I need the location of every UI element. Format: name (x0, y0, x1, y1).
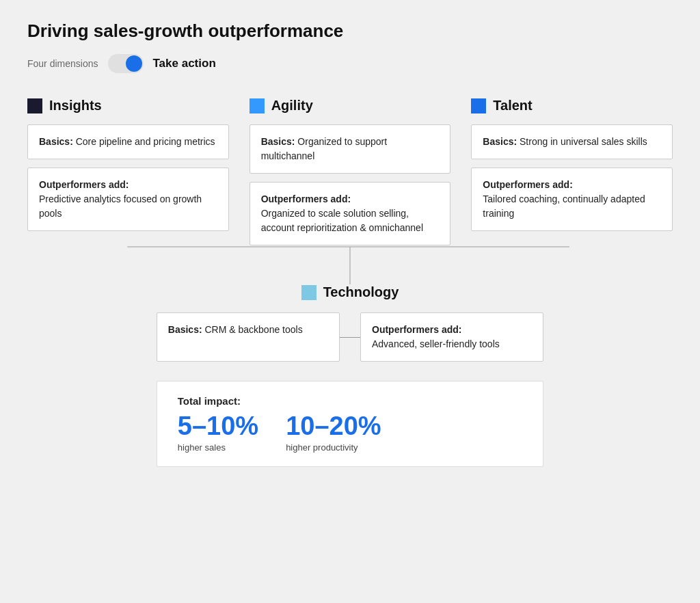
talent-outperformers-box: Outperformers add: Tailored coaching, co… (471, 168, 673, 231)
main-layout: Insights Basics: Core pipeline and prici… (27, 98, 673, 467)
agility-basics-box: Basics: Organized to support multichanne… (250, 124, 451, 174)
technology-section: Technology Basics: CRM & backbone tools … (27, 284, 673, 362)
agility-header: Agility (250, 98, 451, 113)
talent-outperformers-text: Tailored coaching, continually adapted t… (483, 193, 645, 219)
talent-outperformers-label: Outperformers add: (483, 179, 572, 190)
impact-item-productivity: 10–20% higher productivity (286, 412, 381, 453)
insights-outperformers-box: Outperformers add: Predictive analytics … (27, 168, 229, 231)
insights-header: Insights (27, 98, 229, 113)
technology-basics-label: Basics: (168, 324, 202, 335)
insights-title: Insights (49, 98, 102, 113)
technology-connector (340, 312, 360, 362)
technology-outperformers-box: Outperformers add: Advanced, seller-frie… (360, 312, 543, 362)
toggle-knob (126, 55, 142, 72)
page-title: Driving sales-growth outperformance (27, 21, 673, 42)
talent-basics-box: Basics: Strong in universal sales skills (471, 124, 673, 159)
insights-basics-text: Core pipeline and pricing metrics (73, 136, 215, 147)
agility-column: Agility Basics: Organized to support mul… (250, 98, 451, 245)
agility-title: Agility (271, 98, 313, 113)
talent-title: Talent (493, 98, 532, 113)
toggle-left-label: Four dimensions (27, 58, 98, 69)
talent-icon (471, 98, 486, 113)
impact-desc-sales: higher sales (178, 442, 258, 453)
agility-outperformers-label: Outperformers add: (261, 193, 351, 204)
insights-basics-box: Basics: Core pipeline and pricing metric… (27, 124, 229, 159)
agility-icon (250, 98, 265, 113)
agility-outperformers-text: Organized to scale solution selling, acc… (261, 208, 423, 233)
toggle-switch[interactable] (108, 54, 144, 73)
toggle-row: Four dimensions Take action (27, 54, 673, 73)
talent-basics-label: Basics: (483, 136, 517, 147)
agility-basics-label: Basics: (261, 136, 295, 147)
impact-desc-productivity: higher productivity (286, 442, 381, 453)
toggle-right-label: Take action (153, 57, 216, 70)
impact-item-sales: 5–10% higher sales (178, 412, 258, 453)
talent-basics-text: Strong in universal sales skills (517, 136, 647, 147)
technology-outperformers-text: Advanced, seller-friendly tools (372, 338, 500, 349)
impact-numbers: 5–10% higher sales 10–20% higher product… (178, 412, 522, 453)
top-columns: Insights Basics: Core pipeline and prici… (27, 98, 673, 245)
technology-title: Technology (323, 284, 399, 300)
connector-line (340, 337, 360, 338)
talent-header: Talent (471, 98, 673, 113)
talent-column: Talent Basics: Strong in universal sales… (471, 98, 673, 245)
total-impact-section: Total impact: 5–10% higher sales 10–20% … (27, 381, 673, 467)
total-impact-box: Total impact: 5–10% higher sales 10–20% … (157, 381, 543, 467)
technology-outperformers-label: Outperformers add: (372, 324, 461, 335)
insights-outperformers-label: Outperformers add: (39, 179, 129, 190)
technology-boxes: Basics: CRM & backbone tools Outperforme… (157, 312, 543, 362)
insights-column: Insights Basics: Core pipeline and prici… (27, 98, 229, 245)
insights-icon (27, 98, 42, 113)
technology-icon (301, 285, 317, 300)
insights-basics-label: Basics: (39, 136, 73, 147)
total-impact-label: Total impact: (178, 395, 522, 407)
technology-basics-text: CRM & backbone tools (202, 324, 303, 335)
impact-number-productivity: 10–20% (286, 412, 381, 441)
tree-connector-svg (27, 247, 673, 284)
agility-outperformers-box: Outperformers add: Organized to scale so… (250, 182, 451, 245)
tree-connector-area (27, 247, 673, 284)
technology-header: Technology (301, 284, 399, 300)
technology-basics-box: Basics: CRM & backbone tools (157, 312, 340, 362)
impact-number-sales: 5–10% (178, 412, 258, 441)
insights-outperformers-text: Predictive analytics focused on growth p… (39, 193, 202, 219)
